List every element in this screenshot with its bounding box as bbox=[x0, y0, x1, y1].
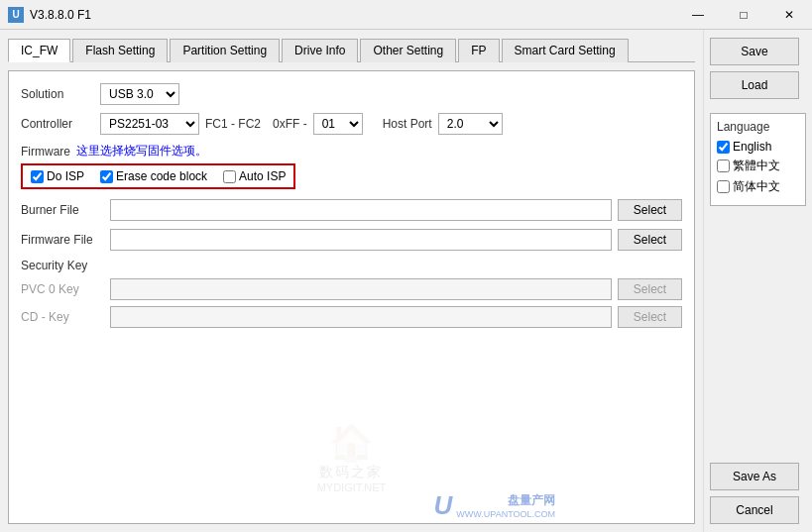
firmware-file-select-button[interactable]: Select bbox=[618, 229, 682, 251]
lang-traditional-chinese-label: 繁體中文 bbox=[733, 158, 780, 174]
right-panel: Save Load Language English 繁體中文 简体中文 Sav… bbox=[703, 30, 812, 532]
controller-label: Controller bbox=[21, 117, 100, 131]
close-button[interactable]: ✕ bbox=[766, 0, 812, 30]
fc12-select[interactable]: 01 00 FF bbox=[313, 113, 363, 135]
language-section: Language English 繁體中文 简体中文 bbox=[710, 113, 806, 206]
window-controls: — □ ✕ bbox=[675, 0, 812, 30]
lang-english-checkbox[interactable] bbox=[717, 141, 730, 154]
firmware-header: Firmware 这里选择烧写固件选项。 bbox=[21, 143, 682, 160]
cd-key-input bbox=[110, 306, 612, 328]
firmware-file-input[interactable] bbox=[110, 229, 612, 251]
auto-isp-label: Auto ISP bbox=[239, 169, 286, 183]
burner-file-input[interactable] bbox=[110, 199, 612, 221]
lang-simplified-chinese-label: 简体中文 bbox=[733, 178, 780, 195]
tab-ic-fw[interactable]: IC_FW bbox=[8, 39, 70, 62]
minimize-button[interactable]: — bbox=[675, 0, 721, 30]
erase-code-block-label: Erase code block bbox=[116, 169, 207, 183]
firmware-link[interactable]: 这里选择烧写固件选项。 bbox=[76, 143, 207, 160]
host-port-label: Host Port bbox=[383, 117, 432, 131]
title-text: V3.8.8.0 F1 bbox=[30, 8, 91, 22]
firmware-label: Firmware bbox=[21, 145, 70, 159]
burner-file-label: Burner File bbox=[21, 203, 110, 217]
lang-english-label: English bbox=[733, 140, 771, 154]
tab-smart-card[interactable]: Smart Card Setting bbox=[502, 39, 629, 62]
lang-english[interactable]: English bbox=[717, 140, 799, 154]
cd-key-select-button: Select bbox=[618, 306, 682, 328]
firmware-file-row: Firmware File Select bbox=[21, 229, 682, 251]
left-panel: IC_FW Flash Setting Partition Setting Dr… bbox=[0, 30, 703, 532]
content-panel: Solution USB 3.0 USB 2.0 Controller PS22… bbox=[8, 70, 695, 524]
burner-file-row: Burner File Select bbox=[21, 199, 682, 221]
tab-flash-setting[interactable]: Flash Setting bbox=[72, 39, 168, 62]
pvc0-key-input bbox=[110, 278, 612, 300]
watermark: 🏠 数码之家 MYDIGIT.NET bbox=[317, 422, 387, 493]
lang-simplified-chinese[interactable]: 简体中文 bbox=[717, 178, 799, 195]
fc12-value: 0xFF - bbox=[273, 117, 307, 131]
solution-label: Solution bbox=[21, 87, 100, 101]
controller-row: Controller PS2251-03 FC1 - FC2 0xFF - 01… bbox=[21, 113, 682, 135]
lang-traditional-chinese-checkbox[interactable] bbox=[717, 160, 730, 172]
pvc0-key-label: PVC 0 Key bbox=[21, 282, 110, 296]
main-layout: IC_FW Flash Setting Partition Setting Dr… bbox=[0, 30, 812, 532]
pvc0-key-select-button: Select bbox=[618, 278, 682, 300]
bottom-watermark-url: WWW.UPANTOOL.COM bbox=[456, 509, 555, 519]
maximize-button[interactable]: □ bbox=[721, 0, 766, 30]
save-as-button[interactable]: Save As bbox=[710, 463, 799, 490]
cancel-button[interactable]: Cancel bbox=[710, 496, 799, 524]
erase-code-block-checkbox-item[interactable]: Erase code block bbox=[100, 169, 207, 183]
auto-isp-checkbox-item[interactable]: Auto ISP bbox=[223, 169, 286, 183]
title-bar: U V3.8.8.0 F1 — □ ✕ bbox=[0, 0, 812, 30]
tab-partition-setting[interactable]: Partition Setting bbox=[170, 39, 280, 62]
host-port-select[interactable]: 2.0 3.0 bbox=[438, 113, 503, 135]
cd-key-row: CD - Key Select bbox=[21, 306, 682, 328]
lang-simplified-chinese-checkbox[interactable] bbox=[717, 180, 730, 193]
load-button[interactable]: Load bbox=[710, 71, 799, 99]
solution-row: Solution USB 3.0 USB 2.0 bbox=[21, 83, 682, 105]
watermark-text: 数码之家 bbox=[317, 464, 387, 481]
firmware-file-label: Firmware File bbox=[21, 233, 110, 247]
tab-fp[interactable]: FP bbox=[458, 39, 499, 62]
security-key-section: Security Key PVC 0 Key Select CD - Key S… bbox=[21, 259, 682, 328]
save-button[interactable]: Save bbox=[710, 38, 799, 65]
do-isp-checkbox[interactable] bbox=[31, 170, 44, 183]
bottom-watermark-u: U bbox=[434, 490, 453, 521]
watermark-subtext: MYDIGIT.NET bbox=[317, 481, 387, 493]
pvc0-key-row: PVC 0 Key Select bbox=[21, 278, 682, 300]
firmware-section: Firmware 这里选择烧写固件选项。 Do ISP Erase code b… bbox=[21, 143, 682, 251]
checkbox-area: Do ISP Erase code block Auto ISP bbox=[21, 163, 295, 189]
auto-isp-checkbox[interactable] bbox=[223, 170, 236, 183]
do-isp-checkbox-item[interactable]: Do ISP bbox=[31, 169, 84, 183]
controller-select[interactable]: PS2251-03 bbox=[100, 113, 199, 135]
erase-code-block-checkbox[interactable] bbox=[100, 170, 113, 183]
do-isp-label: Do ISP bbox=[47, 169, 84, 183]
fc-label: FC1 - FC2 bbox=[205, 117, 261, 131]
bottom-watermark-text: 盘量产网 bbox=[456, 492, 555, 509]
tab-bar: IC_FW Flash Setting Partition Setting Dr… bbox=[8, 38, 695, 62]
tab-other-setting[interactable]: Other Setting bbox=[360, 39, 456, 62]
cd-key-label: CD - Key bbox=[21, 310, 110, 324]
app-icon: U bbox=[8, 7, 24, 23]
language-title: Language bbox=[717, 120, 799, 134]
bottom-watermark: U 盘量产网 WWW.UPANTOOL.COM bbox=[434, 490, 555, 521]
burner-file-select-button[interactable]: Select bbox=[618, 199, 682, 221]
security-key-label: Security Key bbox=[21, 259, 682, 272]
solution-select[interactable]: USB 3.0 USB 2.0 bbox=[100, 83, 179, 105]
tab-drive-info[interactable]: Drive Info bbox=[282, 39, 358, 62]
lang-traditional-chinese[interactable]: 繁體中文 bbox=[717, 158, 799, 174]
